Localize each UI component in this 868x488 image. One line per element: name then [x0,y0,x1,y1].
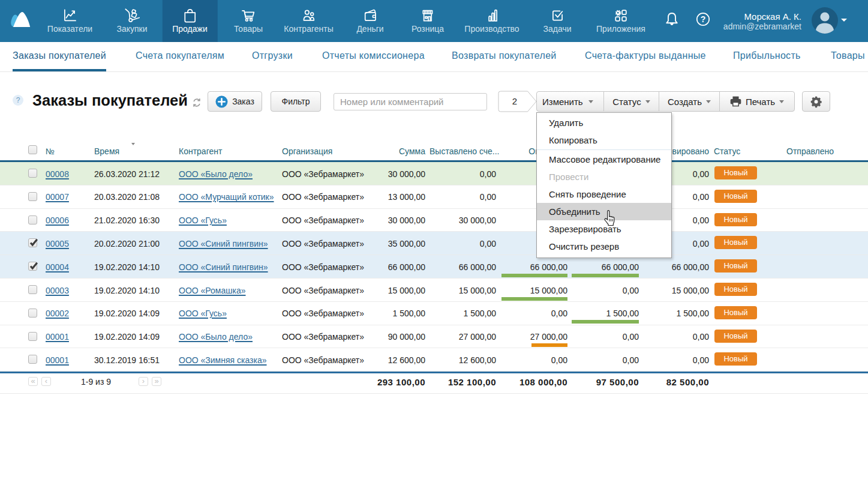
svg-text:?: ? [701,14,706,24]
